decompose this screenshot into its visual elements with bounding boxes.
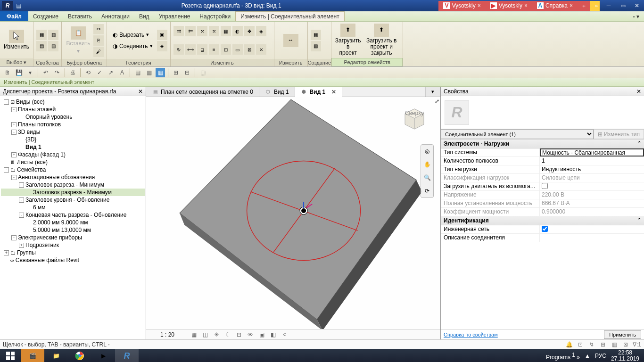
close-icon[interactable]: ✕: [138, 88, 143, 95]
mod-icon[interactable]: ◈: [256, 26, 266, 36]
tray-clock[interactable]: 22:58 27.11.2019: [611, 350, 639, 362]
maximize-button[interactable]: ▭: [618, 2, 628, 9]
menu-create[interactable]: Создание: [28, 11, 63, 21]
tree-item[interactable]: 6 мм: [1, 204, 145, 211]
qat-icon[interactable]: ▦: [156, 68, 165, 77]
mod-icon[interactable]: ⊒: [197, 44, 207, 55]
view-tab-1[interactable]: ▤План сети освещения на отметке 0: [146, 87, 259, 97]
props-icon-3[interactable]: ▥: [48, 30, 58, 40]
tray-programs[interactable]: Programs 1 »: [546, 352, 580, 361]
tree-item[interactable]: 5,0000 мм 13,0000 мм: [1, 226, 145, 234]
vc-chevron-icon[interactable]: <: [280, 330, 289, 339]
tab-overflow[interactable]: »: [590, 1, 600, 11]
scale-label[interactable]: 1 : 20: [160, 331, 174, 338]
tree-item[interactable]: Опорный уровень: [1, 113, 145, 121]
mod-icon[interactable]: ✥: [244, 26, 255, 36]
vc-misc-icon[interactable]: ◧: [269, 330, 277, 339]
new-tab-button[interactable]: ＋: [578, 1, 590, 11]
mod-icon[interactable]: ✕: [256, 44, 266, 55]
properties-help-link[interactable]: Справка по свойствам: [444, 332, 498, 337]
prop-row[interactable]: Тип системыМощность - Сбалансированная: [441, 148, 644, 157]
status-icon[interactable]: ↯: [587, 341, 596, 348]
qat-open-icon[interactable]: 🗎: [3, 68, 12, 77]
close-icon[interactable]: ×: [524, 2, 528, 9]
tree-item[interactable]: -Заголовок уровня - Обновление: [1, 196, 145, 204]
prop-row[interactable]: Загрузить двигатель из вспомогате...: [441, 182, 644, 191]
menu-view[interactable]: Вид: [134, 11, 154, 21]
start-button[interactable]: [0, 349, 21, 362]
copy-icon[interactable]: ⎘: [93, 35, 104, 46]
view-cube[interactable]: Сверху: [403, 107, 426, 130]
nav-zoom-icon[interactable]: 🔍: [421, 171, 433, 184]
prop-section-header[interactable]: Идентификация⌃: [441, 216, 644, 225]
qat-redo-icon[interactable]: ↷: [52, 68, 62, 77]
nav-pan-icon[interactable]: ✋: [421, 158, 433, 171]
vc-shadow-icon[interactable]: ☾: [223, 330, 232, 339]
nav-orbit-icon[interactable]: ⟳: [421, 184, 433, 197]
mod-icon[interactable]: ▦: [221, 26, 231, 36]
vc-hide-icon[interactable]: 👁: [246, 330, 255, 339]
prop-row[interactable]: Инженерная сеть: [441, 225, 644, 234]
load-project[interactable]: ⬆Загрузить в проект: [334, 23, 362, 57]
qat-icon[interactable]: ⊟: [182, 68, 192, 77]
tree-item[interactable]: +Планы потолков: [1, 121, 145, 128]
join-geometry[interactable]: ◑Соединить ▾: [110, 41, 156, 51]
props-icon-1[interactable]: ▦: [36, 30, 47, 40]
tree-item[interactable]: -⊡Виды (все): [1, 98, 145, 106]
mod-icon[interactable]: ⊠: [244, 44, 255, 55]
qat-dropdown-icon[interactable]: ▾: [25, 68, 35, 77]
tree-item[interactable]: +Подрозетник: [1, 241, 145, 249]
cut-geometry[interactable]: ◐Вырезать ▾: [110, 30, 156, 40]
qat-print-icon[interactable]: 🖨: [68, 68, 77, 77]
task-media[interactable]: ▶: [91, 349, 115, 362]
close-icon[interactable]: ×: [478, 2, 481, 9]
props-icon-2[interactable]: ▤: [36, 41, 47, 51]
tray-lang[interactable]: РУС: [595, 353, 606, 359]
status-filter-icon[interactable]: ∇:1: [633, 341, 641, 348]
qat-icon[interactable]: ⟲: [83, 68, 93, 77]
tree-item[interactable]: 🗏Листы (все): [1, 158, 145, 166]
browser-tab-2[interactable]: ▶Vysotskiy×: [486, 1, 532, 11]
mod-icon[interactable]: ⮄: [185, 26, 196, 36]
menu-help-icon[interactable]: ▫ ▾: [628, 11, 644, 21]
menu-insert[interactable]: Вставить: [63, 11, 97, 21]
tree-item[interactable]: -Электрические приборы: [1, 234, 145, 241]
props-icon-4[interactable]: ▧: [48, 41, 58, 51]
qat-icon[interactable]: ▤: [16, 2, 21, 9]
task-revit[interactable]: R: [115, 349, 139, 362]
qat-icon[interactable]: ✓: [95, 68, 104, 77]
task-app-1[interactable]: 🎬: [21, 349, 44, 362]
load-close[interactable]: ⬆Загрузить в проект и закрыть: [363, 23, 400, 57]
qat-undo-icon[interactable]: ↶: [41, 68, 50, 77]
mod-icon[interactable]: ◐: [232, 26, 243, 36]
task-chrome[interactable]: [68, 349, 91, 362]
close-icon[interactable]: ×: [570, 2, 573, 9]
nav-wheel-icon[interactable]: ◎: [421, 145, 433, 158]
project-tree[interactable]: -⊡Виды (все)-Планы этажейОпорный уровень…: [0, 96, 146, 339]
tree-item[interactable]: ∞Связанные файлы Revit: [1, 256, 145, 264]
mod-icon[interactable]: ▭: [232, 44, 243, 55]
mod-icon[interactable]: ⤱: [197, 26, 207, 36]
tree-item[interactable]: -3D виды: [1, 128, 145, 136]
prop-row[interactable]: Напряжение220.00 В: [441, 191, 644, 199]
prop-row[interactable]: Полная установленная мощность666.67 В·А: [441, 199, 644, 208]
tree-item[interactable]: -🗀Семейства: [1, 166, 145, 173]
vc-style-icon[interactable]: ◫: [201, 330, 209, 339]
vc-detail-icon[interactable]: ▦: [190, 330, 198, 339]
properties-grid[interactable]: Электросети - Нагрузки⌃Тип системыМощнос…: [441, 140, 644, 329]
prop-row[interactable]: Коэффициент мощности0.900000: [441, 208, 644, 216]
qat-save-icon[interactable]: 💾: [14, 68, 24, 77]
view-tab-2[interactable]: ⬡Вид 1: [259, 87, 295, 97]
status-icon[interactable]: ⊡: [576, 341, 585, 348]
mod-icon[interactable]: ↻: [173, 44, 184, 55]
mod-icon[interactable]: ⤲: [209, 26, 219, 36]
measure-tool[interactable]: ↔: [277, 24, 305, 58]
prop-row[interactable]: Классификация нагрузокСиловые цепи: [441, 174, 644, 182]
qat-icon[interactable]: ↗: [106, 68, 116, 77]
browser-tab-3[interactable]: AСправка×: [532, 1, 578, 11]
tree-item[interactable]: Заголовок разреза - Минимум: [1, 189, 145, 196]
navigation-bar[interactable]: ◎ ✋ 🔍 ⟳: [421, 144, 434, 198]
browser-tab-1[interactable]: VVysotskiy×: [438, 1, 485, 11]
minimize-button[interactable]: ─: [603, 2, 614, 9]
type-selector[interactable]: Соединительный элемент (1): [441, 129, 594, 139]
